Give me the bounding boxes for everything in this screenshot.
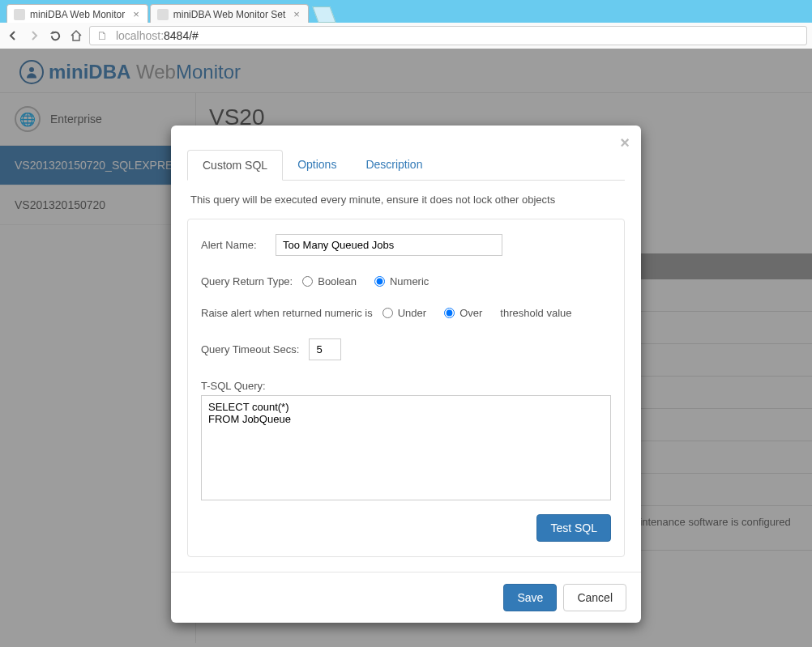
favicon [157, 9, 169, 20]
label-return-type: Query Return Type: [201, 275, 293, 287]
close-icon[interactable]: × [133, 8, 139, 20]
label-alert-name: Alert Name: [201, 239, 266, 251]
row-alert-name: Alert Name: [201, 234, 611, 256]
close-icon[interactable]: × [620, 134, 630, 152]
modal-tabs: Custom SQL Options Description [187, 150, 625, 181]
custom-sql-modal: × Custom SQL Options Description This qu… [171, 126, 641, 623]
timeout-input[interactable] [309, 338, 341, 360]
browser-tab-0[interactable]: miniDBA Web Monitor × [6, 4, 148, 23]
page: miniDBA WebMonitor 🌐 Enterprise VS201320… [0, 49, 812, 647]
tab-title: miniDBA Web Monitor [30, 9, 125, 20]
cancel-button[interactable]: Cancel [563, 584, 626, 611]
close-icon[interactable]: × [293, 8, 300, 20]
hint-text: This query will be executed every minute… [187, 194, 625, 206]
save-button[interactable]: Save [503, 584, 557, 611]
form-panel: Alert Name: Query Return Type: Boolean N… [187, 219, 625, 557]
browser-toolbar: 🗋 localhost:8484/# [0, 23, 812, 49]
tab-options[interactable]: Options [283, 150, 351, 180]
radio-boolean[interactable] [302, 276, 313, 287]
tab-title: miniDBA Web Monitor Set [173, 9, 286, 20]
url-path: 8484/# [164, 29, 199, 42]
label-tsql: T-SQL Query: [201, 380, 611, 392]
url-host: localhost: [116, 29, 164, 42]
tab-description[interactable]: Description [351, 150, 437, 180]
label-boolean: Boolean [318, 275, 357, 287]
label-under: Under [398, 307, 426, 319]
row-return-type: Query Return Type: Boolean Numeric [201, 275, 611, 287]
tab-custom-sql[interactable]: Custom SQL [187, 150, 283, 181]
new-tab-button[interactable] [312, 6, 335, 23]
radio-over[interactable] [444, 308, 455, 318]
radio-under[interactable] [382, 308, 393, 318]
tsql-textarea[interactable] [201, 395, 611, 500]
row-raise-when: Raise alert when returned numeric is Und… [201, 307, 611, 319]
reload-button[interactable] [47, 28, 63, 44]
browser-chrome: miniDBA Web Monitor × miniDBA Web Monito… [0, 0, 812, 49]
back-button[interactable] [5, 28, 21, 44]
label-threshold-suffix: threshold value [500, 307, 571, 319]
file-icon: 🗋 [96, 29, 108, 42]
modal-footer: Save Cancel [171, 572, 641, 623]
browser-tab-strip: miniDBA Web Monitor × miniDBA Web Monito… [0, 0, 812, 23]
label-over: Over [459, 307, 482, 319]
row-timeout: Query Timeout Secs: [201, 338, 611, 360]
browser-tab-1[interactable]: miniDBA Web Monitor Set × [150, 4, 309, 23]
favicon [14, 9, 25, 20]
label-numeric: Numeric [390, 275, 429, 287]
home-button[interactable] [68, 28, 84, 44]
alert-name-input[interactable] [276, 234, 502, 256]
row-tsql: T-SQL Query: [201, 380, 611, 503]
radio-numeric[interactable] [374, 276, 385, 287]
label-timeout: Query Timeout Secs: [201, 343, 299, 355]
test-sql-button[interactable]: Test SQL [536, 514, 611, 542]
address-bar[interactable]: 🗋 localhost:8484/# [89, 26, 807, 45]
forward-button[interactable] [26, 28, 42, 44]
label-raise-when: Raise alert when returned numeric is [201, 307, 373, 319]
